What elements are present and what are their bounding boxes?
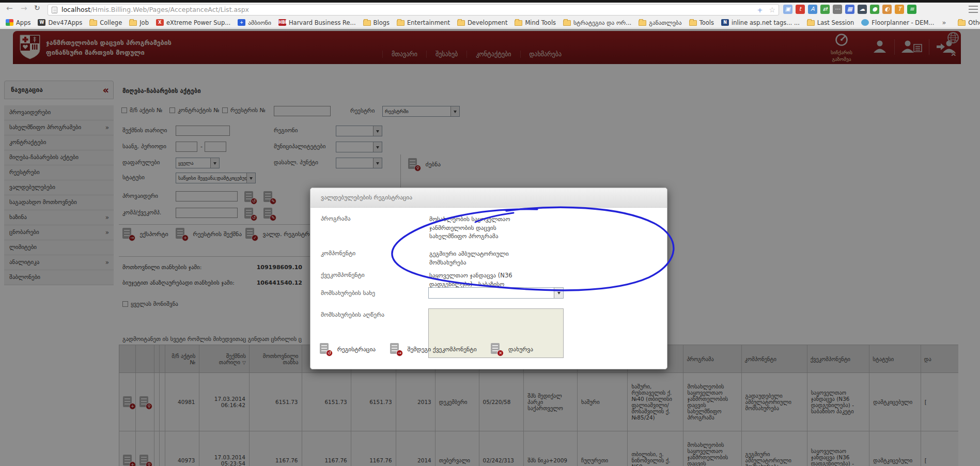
bookmark-item[interactable]: განათლება [639,19,681,26]
bookmark-icon [457,20,465,26]
extension-glyph: ☁ [860,6,865,12]
extension-icon[interactable]: ◐ [882,5,892,14]
bookmark-item[interactable]: W Dev47Apps [38,19,82,26]
extension-icon[interactable]: t [796,5,805,14]
bookmark-item[interactable]: Floorplanner - DEM... [861,19,934,26]
bookmark-icon: HBR [278,19,286,26]
bookmark-item[interactable]: Last Session [807,19,854,26]
register-icon: ↺ [326,350,333,356]
drag-icon[interactable]: + [757,6,763,14]
program-value: მოსახლეობის საყოველთაო ჯანმრთელობის დაცვ… [429,215,525,241]
bookmark-icon [563,20,571,26]
bookmark-item[interactable]: Tools [689,19,714,26]
url-host: localhost [61,6,90,13]
other-bookmarks[interactable]: Other bookmarks [958,19,980,26]
extension-icon[interactable]: A [808,5,817,14]
browser-menu-button[interactable] [969,6,978,13]
bookmark-item[interactable]: Blogs [363,19,390,26]
extension-glyph: ⇄ [822,6,827,12]
app-window: ჯანმრთელობის დაცვის პროგრამების ფინანსურ… [0,29,980,466]
modal-title: ვალდებულებების რეგისტრაცია [310,188,667,208]
extension-icon[interactable]: ● [870,5,879,14]
extension-glyph: t [799,6,801,12]
reload-button[interactable]: ↻ [34,4,40,12]
component-value: გეგმიური ამბულატორიული მომსახურება [429,250,525,267]
bookmark-icon [861,19,869,26]
bookmark-icon: W [38,19,45,26]
page-icon [52,7,57,13]
bookmark-icon [397,20,405,26]
extension-glyph: T [898,6,901,12]
bookmark-item[interactable]: სტრატეგია და ორ... [563,19,631,26]
program-label: პროგრამა [321,215,351,222]
bookmark-item[interactable]: Job [129,19,149,26]
service-type-select[interactable] [428,287,564,299]
folder-icon [958,20,966,26]
bookmarks-overflow-chevron[interactable]: » [942,19,946,26]
component-label: კომპონენტი [321,250,355,257]
register-button[interactable]: ↺ რეგისტრაცია [320,345,378,352]
bookmark-icon: X [156,19,164,26]
bookmark-item[interactable]: N inline asp.net tags... ... [721,19,800,26]
bookmark-icon [363,20,371,26]
bookmarks-bar: Apps W Dev47Apps College Job [0,17,980,28]
extension-glyph: ● [872,6,877,12]
bookmark-item[interactable]: Development [457,19,507,26]
close-button[interactable]: × დახურვა [491,345,533,352]
bookmark-icon [6,19,13,26]
bookmark-icon [129,20,137,26]
bookmark-icon [639,20,646,26]
bookmark-item[interactable]: Apps [6,19,30,26]
url-path: /Hmis.Billing.Web/Pages/AcceptanceAct/Li… [90,6,249,13]
service-type-label: მომსახურების სახე [321,289,375,297]
service-description-label: მომსახურების აღწერა [321,311,384,318]
obligations-registration-modal: ვალდებულებების რეგისტრაცია პროგრამა მოსა… [310,188,667,369]
extension-icons: ▣tA⇄⋯▦☁●◐T≡ [783,5,916,14]
bookmark-item[interactable]: Mind Tools [515,19,556,26]
bookmark-icon: + [238,19,245,26]
bookmark-item[interactable]: + ამბიონი [238,19,271,26]
extension-icon[interactable]: ⇄ [820,5,830,14]
bookmark-item[interactable]: Entertainment [397,19,450,26]
bookmark-star-icon[interactable]: ☆ [769,6,775,14]
forward-button[interactable]: → [21,4,27,13]
extension-icon[interactable]: ⋯ [833,5,842,14]
bookmark-item[interactable]: HBR Harvard Business Re... [278,19,356,26]
bookmark-icon [89,20,97,26]
extension-icon[interactable]: ☁ [858,5,867,14]
extension-glyph: ⋯ [835,6,841,12]
extension-glyph: ◐ [884,6,890,12]
bookmark-icon: N [721,19,729,26]
subcomponent-label: ქვეკომპონენტი [321,271,365,278]
arrow-right-icon: → [396,350,403,356]
bookmark-icon [807,20,815,26]
bookmark-item[interactable]: College [89,19,122,26]
bookmark-item[interactable]: X eXtreme Power Sup... [156,19,230,26]
extension-glyph: A [811,6,815,12]
bookmark-icon [689,20,697,26]
extension-icon[interactable]: ≡ [907,5,916,14]
extension-glyph: ≡ [909,6,914,12]
browser-toolbar: ← → ↻ localhost/Hmis.Billing.Web/Pages/A… [0,3,980,17]
screen: ← → ↻ localhost/Hmis.Billing.Web/Pages/A… [0,0,980,466]
extension-icon[interactable]: ▣ [783,5,792,14]
bookmark-icon [515,20,522,26]
extension-glyph: ▦ [847,6,852,12]
extension-icon[interactable]: ▦ [845,5,854,14]
next-subcomponent-button[interactable]: → შემდეგი ქვეკომპონენტი [390,345,478,352]
extension-icon[interactable]: T [895,5,904,14]
back-button[interactable]: ← [6,4,13,13]
address-bar[interactable]: localhost/Hmis.Billing.Web/Pages/Accepta… [48,4,779,15]
extension-glyph: ▣ [785,6,790,12]
